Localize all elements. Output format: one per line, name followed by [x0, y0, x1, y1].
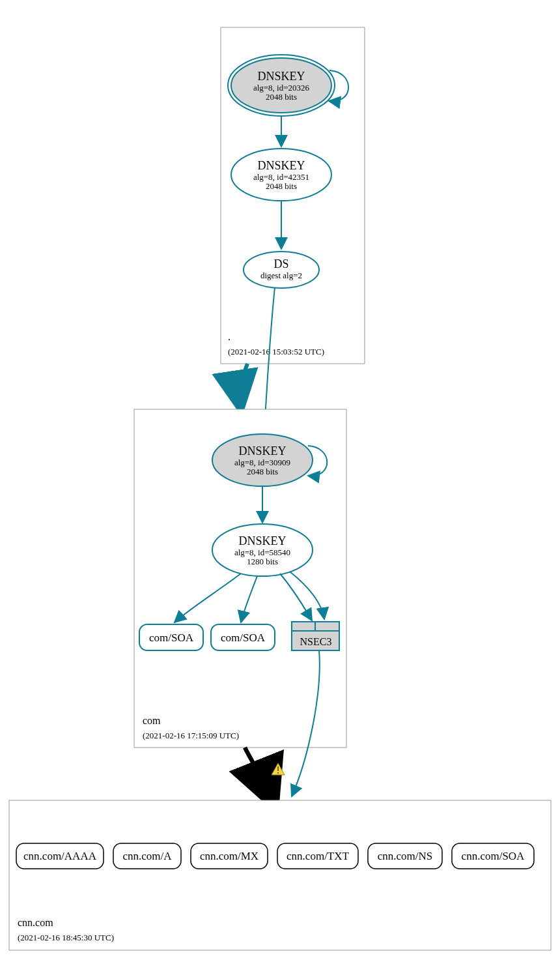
svg-text:2048 bits: 2048 bits — [266, 181, 297, 191]
zone-cnn-timestamp: (2021-02-16 18:45:30 UTC) — [18, 933, 114, 942]
svg-text:DNSKEY: DNSKEY — [238, 534, 286, 547]
dnssec-graph: . (2021-02-16 15:03:52 UTC) DNSKEY alg=8… — [0, 0, 560, 960]
svg-text:2048 bits: 2048 bits — [266, 92, 297, 102]
svg-text:com/SOA: com/SOA — [221, 632, 266, 644]
zone-root-name: . — [228, 331, 231, 342]
node-cnn-soa: cnn.com/SOA — [452, 843, 534, 869]
edge-com-to-cnn — [245, 748, 269, 792]
svg-rect-29 — [277, 772, 279, 774]
node-com-ksk: DNSKEY alg=8, id=30909 2048 bits — [212, 434, 313, 486]
svg-text:cnn.com/TXT: cnn.com/TXT — [287, 850, 349, 862]
svg-text:DNSKEY: DNSKEY — [257, 159, 305, 172]
svg-text:NSEC3: NSEC3 — [300, 636, 332, 647]
svg-text:digest alg=2: digest alg=2 — [260, 270, 302, 280]
warning-icon — [272, 763, 285, 775]
zone-com-timestamp: (2021-02-16 17:15:09 UTC) — [143, 731, 239, 740]
edge-root-to-com — [239, 364, 247, 401]
node-com-soa-2: com/SOA — [211, 624, 275, 650]
svg-text:cnn.com/A: cnn.com/A — [122, 850, 172, 862]
node-com-zsk: DNSKEY alg=8, id=58540 1280 bits — [212, 524, 313, 576]
zone-root-timestamp: (2021-02-16 15:03:52 UTC) — [228, 347, 324, 356]
node-root-ksk: DNSKEY alg=8, id=20326 2048 bits — [228, 55, 335, 116]
svg-text:DNSKEY: DNSKEY — [238, 444, 286, 458]
zone-com-name: com — [143, 715, 161, 726]
node-cnn-a: cnn.com/A — [113, 843, 181, 869]
svg-text:DNSKEY: DNSKEY — [257, 70, 305, 83]
node-cnn-aaaa: cnn.com/AAAA — [16, 843, 104, 869]
node-cnn-ns: cnn.com/NS — [368, 843, 442, 869]
svg-text:2048 bits: 2048 bits — [247, 467, 278, 476]
svg-text:com/SOA: com/SOA — [149, 632, 194, 644]
svg-text:alg=8, id=42351: alg=8, id=42351 — [253, 172, 309, 182]
svg-text:cnn.com/MX: cnn.com/MX — [200, 850, 259, 862]
node-cnn-txt: cnn.com/TXT — [277, 843, 358, 869]
svg-text:cnn.com/SOA: cnn.com/SOA — [462, 850, 525, 862]
node-root-zsk: DNSKEY alg=8, id=42351 2048 bits — [231, 149, 331, 201]
node-cnn-mx: cnn.com/MX — [191, 843, 268, 869]
zone-cnn-box — [9, 800, 551, 950]
svg-text:cnn.com/AAAA: cnn.com/AAAA — [23, 850, 97, 862]
svg-text:alg=8, id=20326: alg=8, id=20326 — [253, 83, 310, 93]
svg-text:DS: DS — [273, 257, 288, 270]
node-com-nsec3: NSEC3 — [292, 622, 339, 650]
svg-text:alg=8, id=30909: alg=8, id=30909 — [234, 458, 290, 467]
svg-text:cnn.com/NS: cnn.com/NS — [378, 850, 433, 862]
svg-text:alg=8, id=58540: alg=8, id=58540 — [234, 547, 290, 557]
node-root-ds: DS digest alg=2 — [244, 252, 319, 288]
node-com-soa-1: com/SOA — [139, 624, 203, 650]
zone-cnn-name: cnn.com — [18, 917, 53, 928]
svg-rect-28 — [277, 766, 279, 771]
svg-text:1280 bits: 1280 bits — [247, 557, 278, 566]
